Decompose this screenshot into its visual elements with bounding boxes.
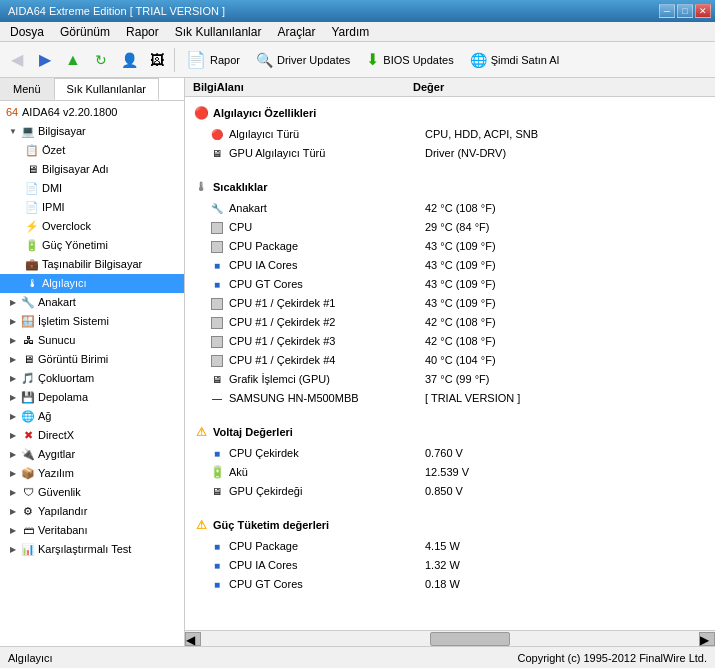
- tab-menu[interactable]: Menü: [0, 78, 54, 100]
- guc-cpu-gt-icon: ■: [209, 577, 225, 593]
- algilayici-turu-label: Algılayıcı Türü: [229, 126, 425, 143]
- rapor-label: Rapor: [210, 54, 240, 66]
- bios-icon: ⬇: [366, 50, 379, 69]
- tree-item-bilgisayar[interactable]: ▼ 💻 Bilgisayar: [0, 122, 184, 141]
- depolama-arrow: ▶: [6, 391, 20, 405]
- tree-item-anakart[interactable]: ▶ 🔧 Anakart: [0, 293, 184, 312]
- section-guc-title: Güç Tüketim değerleri: [213, 519, 329, 531]
- tree-item-overclock[interactable]: ⚡ Overclock: [0, 217, 184, 236]
- guc-yonetimi-label: Güç Yönetimi: [42, 237, 108, 254]
- anakart-temp-value: 42 °C (108 °F): [425, 200, 707, 217]
- row-cpu1-c1: CPU #1 / Çekirdek #1 43 °C (109 °F): [185, 294, 715, 313]
- tree-item-dmi[interactable]: 📄 DMI: [0, 179, 184, 198]
- menu-goruntum[interactable]: Görünüm: [54, 23, 116, 41]
- back-icon: ◀: [11, 50, 23, 69]
- close-button[interactable]: ✕: [695, 4, 711, 18]
- screenshot-icon: 🖼: [150, 52, 164, 68]
- toolbar: ◀ ▶ ▲ ↻ 👤 🖼 📄 Rapor 🔍 Driver Updates ⬇ B…: [0, 42, 715, 78]
- cpu-temp-icon: [209, 220, 225, 236]
- gpu-cekirde-label: GPU Çekirdeği: [229, 483, 425, 500]
- anakart-icon: 🔧: [20, 295, 36, 311]
- row-cpu1-c2: CPU #1 / Çekirdek #2 42 °C (108 °F): [185, 313, 715, 332]
- buy-button[interactable]: 🌐 Şimdi Satın Al: [463, 45, 566, 75]
- title-text: AIDA64 Extreme Edition [ TRIAL VERSION ]: [4, 5, 225, 17]
- hscroll-thumb[interactable]: [430, 632, 510, 646]
- tree-item-ipmi[interactable]: 📄 IPMI: [0, 198, 184, 217]
- coklu-icon: 🎵: [20, 371, 36, 387]
- bios-updates-button[interactable]: ⬇ BIOS Updates: [359, 45, 460, 75]
- menu-bar: Dosya Görünüm Rapor Sık Kullanılanlar Ar…: [0, 22, 715, 42]
- tree-item-sunucu[interactable]: ▶ 🖧 Sunucu: [0, 331, 184, 350]
- guc-warning-icon: ⚠: [193, 517, 209, 533]
- tree-item-yazilim[interactable]: ▶ 📦 Yazılım: [0, 464, 184, 483]
- refresh-button[interactable]: ↻: [88, 47, 114, 73]
- menu-araclar[interactable]: Araçlar: [271, 23, 321, 41]
- menu-yardim[interactable]: Yardım: [325, 23, 375, 41]
- tabs-bar: Menü Sık Kullanılanlar: [0, 78, 184, 101]
- tree-item-karsilastirma[interactable]: ▶ 📊 Karşılaştırmalı Test: [0, 540, 184, 559]
- hscroll-right-btn[interactable]: ▶: [699, 632, 715, 646]
- back-button[interactable]: ◀: [4, 47, 30, 73]
- menu-sikkullanilan[interactable]: Sık Kullanılanlar: [169, 23, 268, 41]
- overclock-label: Overclock: [42, 218, 91, 235]
- horizontal-scrollbar[interactable]: ◀ ▶: [185, 630, 715, 646]
- maximize-button[interactable]: □: [677, 4, 693, 18]
- aygitlar-label: Aygıtlar: [38, 446, 75, 463]
- forward-button[interactable]: ▶: [32, 47, 58, 73]
- buy-icon: 🌐: [470, 52, 487, 68]
- tree-item-depolama[interactable]: ▶ 💾 Depolama: [0, 388, 184, 407]
- tree-item-cokluortam[interactable]: ▶ 🎵 Çokluortam: [0, 369, 184, 388]
- minimize-button[interactable]: ─: [659, 4, 675, 18]
- row-guc-cpu-package: ■ CPU Package 4.15 W: [185, 537, 715, 556]
- ag-arrow: ▶: [6, 410, 20, 424]
- coklu-label: Çokluortam: [38, 370, 94, 387]
- gpu-algilayici-value: Driver (NV-DRV): [425, 145, 707, 162]
- isletim-label: İşletim Sistemi: [38, 313, 109, 330]
- cpu-gt-label: CPU GT Cores: [229, 276, 425, 293]
- goruntu-label: Görüntü Birimi: [38, 351, 108, 368]
- up-icon: ▲: [65, 51, 81, 69]
- section-sensor-icon: 🔴: [193, 105, 209, 121]
- tree-item-aygitlar[interactable]: ▶ 🔌 Aygıtlar: [0, 445, 184, 464]
- tree-root[interactable]: 64 AIDA64 v2.20.1800: [0, 103, 184, 122]
- tree-item-isletim-sistemi[interactable]: ▶ 🪟 İşletim Sistemi: [0, 312, 184, 331]
- up-button[interactable]: ▲: [60, 47, 86, 73]
- driver-updates-button[interactable]: 🔍 Driver Updates: [249, 45, 357, 75]
- tree-item-guvenlik[interactable]: ▶ 🛡 Güvenlik: [0, 483, 184, 502]
- anakart-arrow: ▶: [6, 296, 20, 310]
- tree-item-veritabani[interactable]: ▶ 🗃 Veritabanı: [0, 521, 184, 540]
- tree-item-guc-yonetimi[interactable]: 🔋 Güç Yönetimi: [0, 236, 184, 255]
- goruntu-arrow: ▶: [6, 353, 20, 367]
- tree-item-ag[interactable]: ▶ 🌐 Ağ: [0, 407, 184, 426]
- hscroll-left-btn[interactable]: ◀: [185, 632, 201, 646]
- tree-item-directx[interactable]: ▶ ✖ DirectX: [0, 426, 184, 445]
- bilgisayar-icon: 💻: [20, 124, 36, 140]
- spacer-1: [185, 163, 715, 171]
- section-sicakliklar: 🌡 Sıcaklıklar: [185, 175, 715, 199]
- row-cpu-ia-cores: ■ CPU IA Cores 43 °C (109 °F): [185, 256, 715, 275]
- cpu-cekirdek-label: CPU Çekirdek: [229, 445, 425, 462]
- sunucu-arrow: ▶: [6, 334, 20, 348]
- ag-icon: 🌐: [20, 409, 36, 425]
- tab-favorites[interactable]: Sık Kullanılanlar: [54, 78, 160, 100]
- tree-item-algilayici[interactable]: 🌡 Algılayıcı: [0, 274, 184, 293]
- menu-rapor[interactable]: Rapor: [120, 23, 165, 41]
- row-cpu-gt-cores: ■ CPU GT Cores 43 °C (109 °F): [185, 275, 715, 294]
- rapor-button[interactable]: 📄 Rapor: [179, 45, 247, 75]
- tree-item-bilgisayar-adi[interactable]: 🖥 Bilgisayar Adı: [0, 160, 184, 179]
- screenshot-button[interactable]: 🖼: [144, 47, 170, 73]
- row-gpu-cekirde: 🖥 GPU Çekirdeği 0.850 V: [185, 482, 715, 501]
- cpu1c3-icon: [209, 334, 225, 350]
- window-controls: ─ □ ✕: [659, 4, 711, 18]
- data-area: 🔴 Algılayıcı Özellikleri 🔴 Algılayıcı Tü…: [185, 97, 715, 630]
- tree-item-goruntu-birimi[interactable]: ▶ 🖥 Görüntü Birimi: [0, 350, 184, 369]
- user-button[interactable]: 👤: [116, 47, 142, 73]
- samsung-icon: —: [209, 391, 225, 407]
- menu-dosya[interactable]: Dosya: [4, 23, 50, 41]
- cpu1c2-value: 42 °C (108 °F): [425, 314, 707, 331]
- tree-item-ozet[interactable]: 📋 Özet: [0, 141, 184, 160]
- tree-item-tasinabilir[interactable]: 💼 Taşınabilir Bilgisayar: [0, 255, 184, 274]
- karsilastirma-icon: 📊: [20, 542, 36, 558]
- anakart-temp-label: Anakart: [229, 200, 425, 217]
- tree-item-yapilandir[interactable]: ▶ ⚙ Yapılandır: [0, 502, 184, 521]
